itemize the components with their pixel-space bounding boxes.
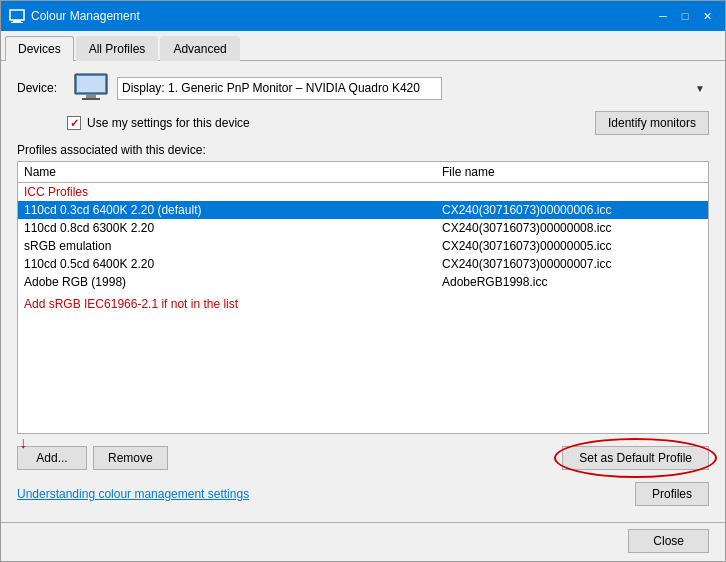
svg-rect-6 <box>82 98 100 100</box>
title-bar-controls: ─ □ ✕ <box>653 6 717 26</box>
profiles-button[interactable]: Profiles <box>635 482 709 506</box>
row-name: 110cd 0.8cd 6300K 2.20 <box>24 221 442 235</box>
dropdown-arrow-icon: ▼ <box>695 83 705 94</box>
minimize-button[interactable]: ─ <box>653 6 673 26</box>
device-dropdown-wrapper: Display: 1. Generic PnP Monitor – NVIDIA… <box>117 77 709 100</box>
svg-rect-0 <box>10 10 24 20</box>
svg-rect-4 <box>77 76 105 92</box>
understanding-link[interactable]: Understanding colour management settings <box>17 487 249 501</box>
col-filename-header: File name <box>442 165 702 179</box>
maximize-button[interactable]: □ <box>675 6 695 26</box>
row-filename: CX240(30716073)00000007.icc <box>442 257 702 271</box>
profiles-table: Name File name ICC Profiles 110cd 0.3cd … <box>17 161 709 434</box>
profiles-section: Profiles associated with this device: Na… <box>17 143 709 434</box>
row-filename: CX240(30716073)00000006.icc <box>442 203 702 217</box>
title-bar: Colour Management ─ □ ✕ <box>1 1 725 31</box>
profiles-heading: Profiles associated with this device: <box>17 143 709 157</box>
table-header: Name File name <box>18 162 708 183</box>
row-name: 110cd 0.5cd 6400K 2.20 <box>24 257 442 271</box>
set-default-button[interactable]: Set as Default Profile <box>562 446 709 470</box>
row-filename: AdobeRGB1998.icc <box>442 275 702 289</box>
table-row[interactable]: sRGB emulation CX240(30716073)00000005.i… <box>18 237 708 255</box>
tab-advanced[interactable]: Advanced <box>160 36 239 61</box>
col-name-header: Name <box>24 165 442 179</box>
footer-row: Understanding colour management settings… <box>17 482 709 510</box>
hint-text: Add sRGB IEC61966-2.1 if not in the list <box>18 297 708 311</box>
remove-button[interactable]: Remove <box>93 446 168 470</box>
checkbox-row: ✓ Use my settings for this device <box>67 116 250 130</box>
tab-all-profiles[interactable]: All Profiles <box>76 36 159 61</box>
checkbox-check-icon: ✓ <box>70 118 79 129</box>
icc-profiles-group-header: ICC Profiles <box>18 183 708 201</box>
close-bottom-row: Close <box>1 522 725 561</box>
row-filename: CX240(30716073)00000005.icc <box>442 239 702 253</box>
svg-rect-2 <box>11 22 23 23</box>
down-arrow-icon: ↓ <box>19 434 27 452</box>
window-icon <box>9 8 25 24</box>
checkbox-label: Use my settings for this device <box>87 116 250 130</box>
add-btn-wrapper: ↓ Add... <box>17 446 87 470</box>
add-button[interactable]: Add... <box>17 446 87 470</box>
checkbox-area: ✓ Use my settings for this device Identi… <box>17 111 709 135</box>
table-body: ICC Profiles 110cd 0.3cd 6400K 2.20 (def… <box>18 183 708 291</box>
window-close-button[interactable]: ✕ <box>697 6 717 26</box>
row-name: 110cd 0.3cd 6400K 2.20 (default) <box>24 203 442 217</box>
device-label: Device: <box>17 81 65 95</box>
use-settings-checkbox[interactable]: ✓ <box>67 116 81 130</box>
table-row[interactable]: 110cd 0.3cd 6400K 2.20 (default) CX240(3… <box>18 201 708 219</box>
window-title: Colour Management <box>31 9 140 23</box>
tabs-bar: Devices All Profiles Advanced <box>1 31 725 61</box>
svg-rect-5 <box>86 94 96 98</box>
identify-monitors-button[interactable]: Identify monitors <box>595 111 709 135</box>
row-name: Adobe RGB (1998) <box>24 275 442 289</box>
table-row[interactable]: 110cd 0.5cd 6400K 2.20 CX240(30716073)00… <box>18 255 708 273</box>
table-row[interactable]: 110cd 0.8cd 6300K 2.20 CX240(30716073)00… <box>18 219 708 237</box>
colour-management-window: Colour Management ─ □ ✕ Devices All Prof… <box>0 0 726 562</box>
close-button[interactable]: Close <box>628 529 709 553</box>
bottom-buttons-row: ↓ Add... Remove Set as Default Profile <box>17 446 709 470</box>
main-content: Device: Display: 1. Generic PnP Monitor … <box>1 61 725 522</box>
table-row[interactable]: Adobe RGB (1998) AdobeRGB1998.icc <box>18 273 708 291</box>
title-bar-left: Colour Management <box>9 8 140 24</box>
device-dropdown[interactable]: Display: 1. Generic PnP Monitor – NVIDIA… <box>117 77 442 100</box>
device-row: Device: Display: 1. Generic PnP Monitor … <box>17 73 709 103</box>
set-default-wrapper: Set as Default Profile <box>562 446 709 470</box>
tab-devices[interactable]: Devices <box>5 36 74 61</box>
row-filename: CX240(30716073)00000008.icc <box>442 221 702 235</box>
svg-rect-1 <box>13 20 21 22</box>
monitor-icon <box>73 73 109 103</box>
row-name: sRGB emulation <box>24 239 442 253</box>
